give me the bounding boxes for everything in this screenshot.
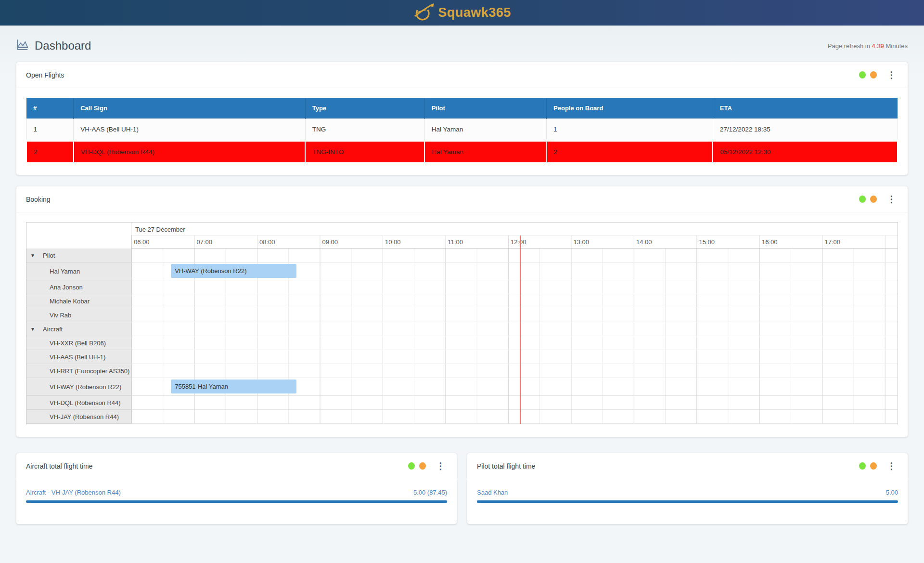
app-logo[interactable]: Squawk365	[413, 2, 511, 24]
scheduler-resource-row: VH-WAY (Robenson R22)755851-Hal Yaman	[26, 378, 898, 396]
page-header: Dashboard Page refresh in 4:39 Minutes	[16, 26, 908, 62]
timeline-cell	[131, 308, 898, 322]
status-green-icon	[859, 462, 866, 470]
booking-title: Booking	[26, 196, 51, 203]
table-cell: 2	[26, 141, 74, 162]
resource-cell: VH-AAS (Bell UH-1)	[26, 350, 131, 364]
resource-label: VH-WAY (Robenson R22)	[50, 383, 121, 391]
resource-cell: Viv Rab	[26, 308, 131, 322]
refresh-countdown: 4:39	[872, 42, 884, 50]
table-cell: 1	[547, 119, 713, 141]
resource-label: Pilot	[43, 252, 55, 259]
resource-cell: Michale Kobar	[26, 294, 131, 308]
booking-widget: Booking ⋮ Tue 27 December 06:0007:0008:0…	[16, 186, 908, 437]
stats-row: Aircraft total flight time ⋮ Aircraft - …	[16, 453, 908, 524]
resource-label: VH-RRT (Eurocopter AS350)	[50, 367, 129, 375]
resource-cell: VH-JAY (Robenson R44)	[26, 410, 131, 424]
column-header: Type	[305, 98, 424, 119]
scheduler-resource-row: VH-RRT (Eurocopter AS350)	[26, 364, 898, 378]
resource-header-cell	[26, 223, 131, 249]
kebab-menu-icon[interactable]: ⋮	[885, 461, 898, 471]
hour-label: 12:00	[508, 238, 526, 246]
hour-label: 07:00	[194, 238, 212, 246]
page-title: Dashboard	[35, 39, 91, 52]
status-orange-icon	[419, 462, 426, 470]
pilot-flight-time-title: Pilot total flight time	[477, 462, 535, 470]
hour-label: 14:00	[634, 238, 652, 246]
resource-cell: VH-XXR (Bell B206)	[26, 336, 131, 350]
timeline-cell	[131, 322, 898, 336]
column-header: People on Board	[547, 98, 713, 119]
kebab-menu-icon[interactable]: ⋮	[434, 461, 447, 471]
scheduler-hours-row: 06:0007:0008:0009:0010:0011:0012:0013:00…	[131, 236, 898, 249]
scheduler-date-label: Tue 27 December	[131, 223, 898, 236]
table-cell: VH-DQL (Robenson R44)	[74, 141, 305, 162]
app-title: Squawk365	[438, 5, 511, 20]
resource-cell: Hal Yaman	[26, 262, 131, 280]
hour-label: 06:00	[131, 238, 150, 246]
flight-row[interactable]: 1VH-AAS (Bell UH-1)TNGHal Yaman127/12/20…	[26, 119, 898, 141]
hour-label: 17:00	[822, 238, 840, 246]
status-orange-icon	[870, 462, 877, 470]
column-header: Call Sign	[74, 98, 305, 119]
table-cell: VH-AAS (Bell UH-1)	[74, 119, 305, 141]
resource-cell: VH-WAY (Robenson R22)	[26, 378, 131, 396]
flight-row-alert[interactable]: 2VH-DQL (Robenson R44)TNG-INTOHal Yaman2…	[26, 141, 898, 162]
resource-label: VH-DQL (Robenson R44)	[50, 399, 121, 406]
timeline-cell	[131, 364, 898, 378]
hour-label: 15:00	[696, 238, 715, 246]
current-time-line	[520, 236, 521, 424]
open-flights-widget: Open Flights ⋮ #Call SignTypePilotPeople…	[16, 62, 908, 175]
timeline-cell	[131, 249, 898, 262]
timeline-cell	[131, 294, 898, 308]
aircraft-flight-time-item[interactable]: Aircraft - VH-JAY (Robenson R44)	[26, 489, 121, 496]
scheduler-header: Tue 27 December 06:0007:0008:0009:0010:0…	[26, 223, 898, 249]
timeline-cell: 755851-Hal Yaman	[131, 378, 898, 396]
resource-label: Ana Jonson	[50, 284, 83, 291]
scheduler-group-row: ▼Pilot	[26, 249, 898, 262]
column-header: #	[26, 98, 74, 119]
status-orange-icon	[870, 71, 877, 79]
resource-cell: Ana Jonson	[26, 280, 131, 294]
resource-cell: VH-DQL (Robenson R44)	[26, 396, 131, 410]
scheduler-resource-row: VH-JAY (Robenson R44)	[26, 410, 898, 424]
pilot-flight-time-header: Pilot total flight time ⋮	[467, 453, 908, 479]
aircraft-flight-time-header: Aircraft total flight time ⋮	[16, 453, 457, 479]
resource-label: Michale Kobar	[50, 298, 90, 305]
hour-label: 08:00	[257, 238, 275, 246]
scheduler-resource-row: Viv Rab	[26, 308, 898, 322]
booking-header: Booking ⋮	[16, 186, 908, 212]
top-navbar: Squawk365	[0, 0, 924, 26]
group-cell: ▼Aircraft	[26, 322, 131, 336]
group-cell: ▼Pilot	[26, 249, 131, 262]
pilot-flight-time-value: 5.00	[886, 489, 898, 496]
resource-label: VH-XXR (Bell B206)	[50, 340, 106, 347]
open-flights-header: Open Flights ⋮	[16, 62, 908, 88]
timeline-cell	[131, 410, 898, 424]
aircraft-flight-time-widget: Aircraft total flight time ⋮ Aircraft - …	[16, 453, 457, 524]
pilot-flight-time-widget: Pilot total flight time ⋮ Saad Khan 5.00	[467, 453, 908, 524]
aircraft-flight-time-value: 5.00 (87.45)	[413, 489, 447, 496]
pilot-flight-time-progress	[477, 500, 898, 503]
hour-label: 13:00	[571, 238, 589, 246]
table-cell: Hal Yaman	[424, 119, 546, 141]
globe-plane-icon	[413, 2, 435, 24]
scheduler-resource-row: VH-AAS (Bell UH-1)	[26, 350, 898, 364]
aircraft-flight-time-progress	[26, 500, 447, 503]
table-cell: 2	[547, 141, 713, 162]
resource-label: Aircraft	[43, 326, 63, 333]
pilot-flight-time-item[interactable]: Saad Khan	[477, 489, 508, 496]
booking-event[interactable]: VH-WAY (Robenson R22)	[171, 264, 296, 278]
hour-label: 11:00	[445, 238, 463, 246]
status-orange-icon	[870, 196, 877, 203]
collapse-arrow-icon[interactable]: ▼	[30, 327, 43, 332]
kebab-menu-icon[interactable]: ⋮	[885, 70, 898, 79]
table-cell: TNG-INTO	[305, 141, 424, 162]
kebab-menu-icon[interactable]: ⋮	[885, 195, 898, 204]
timeline-cell: VH-WAY (Robenson R22)	[131, 262, 898, 280]
scheduler-resource-row: VH-DQL (Robenson R44)	[26, 396, 898, 410]
table-cell: TNG	[305, 119, 424, 141]
scheduler-resource-row: Ana Jonson	[26, 280, 898, 294]
collapse-arrow-icon[interactable]: ▼	[30, 253, 43, 258]
booking-event[interactable]: 755851-Hal Yaman	[171, 380, 296, 393]
